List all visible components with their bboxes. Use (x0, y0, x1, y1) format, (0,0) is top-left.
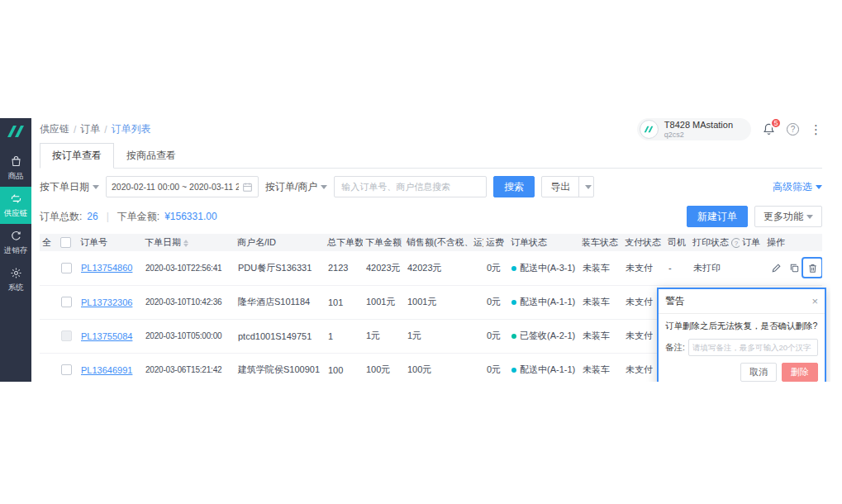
remark-label: 备注: (665, 342, 685, 354)
advanced-filter-link[interactable]: 高级筛选 (773, 180, 822, 194)
search-input[interactable] (334, 176, 487, 197)
summary-row: 订单总数: 26 | 下单金额: ¥156331.00 新建订单 更多功能 (40, 206, 822, 227)
chevron-down-icon (816, 185, 822, 189)
cell-status: 配送中(A-1-1) (508, 285, 579, 319)
date-range-picker[interactable]: 2020-02-11 00:00 ~ 2020-03-11 24:00 (106, 176, 259, 197)
sidebar-item-label: 系统 (8, 282, 24, 292)
remark-input[interactable] (688, 339, 818, 356)
notification-bell-icon[interactable]: 5 (762, 122, 776, 136)
cell-sales: 1元 (404, 319, 483, 353)
dialog-message: 订单删除之后无法恢复，是否确认删除? (665, 321, 818, 332)
cell-date: 2020-03-10T10:42:36 (142, 285, 235, 319)
status-text: 配送中(A-1-1) (520, 364, 575, 374)
col-header-date[interactable]: 下单日期 (142, 234, 235, 251)
order-number-link[interactable]: PL13754860 (81, 263, 132, 273)
col-header-status: 订单状态 (508, 234, 579, 251)
topbar-right: T8428 MAstation q2cs2 5 ? ⋮ (637, 118, 822, 140)
close-icon[interactable]: × (811, 296, 818, 307)
col-header-label: 装车状态 (582, 237, 618, 247)
dialog-body: 订单删除之后无法恢复，是否确认删除? 备注: (659, 314, 825, 363)
cell-load: 未装车 (579, 285, 622, 319)
search-button[interactable]: 搜索 (493, 176, 535, 197)
cell-driver: - (665, 251, 690, 285)
delete-icon[interactable] (804, 259, 821, 276)
sort-icon[interactable] (183, 240, 188, 247)
sidebar-item-label: 供应链 (4, 207, 28, 218)
chevron-down-icon (585, 185, 592, 189)
col-header-amount[interactable]: 下单金额 (363, 234, 404, 251)
col-header-pay: 支付状态 (622, 234, 665, 251)
cell-load: 未装车 (579, 319, 622, 353)
cell-order_no: PL13754860 (78, 251, 142, 285)
col-header-label: 订单状态 (511, 237, 547, 247)
confirm-delete-button[interactable]: 删除 (782, 363, 818, 382)
select-all-checkbox[interactable] (60, 237, 71, 248)
col-header-qty[interactable]: 总下单数 (325, 234, 363, 251)
row-checkbox[interactable] (61, 297, 72, 307)
row-checkbox[interactable] (61, 364, 72, 375)
edit-icon[interactable] (768, 259, 784, 276)
date-type-dropdown[interactable]: 按下单日期 (40, 180, 99, 194)
dialog-footer: 取消 删除 (659, 363, 825, 382)
copy-icon[interactable] (786, 259, 802, 276)
cell-qty: 101 (325, 285, 363, 319)
col-header-sales[interactable]: 销售额(不含税、运) (404, 234, 483, 251)
cell-freight: 0元 (483, 319, 508, 353)
search-type-dropdown[interactable]: 按订单/商户 (265, 180, 327, 194)
cell-freight: 0元 (483, 353, 508, 382)
sidebar-item-4[interactable]: 系统 (0, 261, 31, 298)
order-number-link[interactable]: PL13755084 (81, 331, 132, 341)
row-checkbox[interactable] (61, 263, 72, 273)
sidebar-item-1[interactable]: 商品 (0, 150, 31, 187)
more-functions-button[interactable]: 更多功能 (754, 206, 822, 227)
tab-2[interactable]: 按商品查看 (114, 143, 188, 169)
cancel-button[interactable]: 取消 (740, 363, 777, 382)
status-text: 已签收(A-2-1) (520, 330, 575, 340)
user-chip[interactable]: T8428 MAstation q2cs2 (637, 118, 751, 140)
row-checkbox[interactable] (61, 330, 72, 341)
status-dot (511, 300, 516, 305)
system-icon (10, 267, 22, 279)
status-dot (511, 334, 516, 339)
order-number-link[interactable]: PL13646991 (81, 365, 132, 375)
col-header-label: 支付状态 (625, 237, 661, 247)
cell-date: 2020-03-10T22:56:41 (142, 251, 235, 285)
sidebar-item-3[interactable]: 进销存 (0, 224, 31, 261)
col-header-extra: 订单 (740, 234, 764, 251)
col-header-label: 商户名/ID (237, 237, 276, 247)
export-dropdown-toggle[interactable] (578, 177, 593, 197)
cell-status: 配送中(A-1-1) (508, 353, 579, 382)
dialog-header: 警告 × (659, 289, 825, 314)
tab-1[interactable]: 按订单查看 (40, 143, 114, 169)
cell-amount: 42023元 (363, 251, 404, 285)
cell-sel (40, 285, 58, 319)
col-header-print: 打印状态? (690, 234, 740, 251)
col-header-actions: 操作 (764, 234, 822, 251)
export-button[interactable]: 导出 (542, 177, 578, 197)
cell-status: 已签收(A-2-1) (508, 319, 579, 353)
cell-order_no: PL13755084 (78, 319, 142, 353)
cell-freight: 0元 (483, 251, 508, 285)
sidebar-item-2[interactable]: 供应链 (0, 187, 31, 224)
breadcrumb-separator: / (104, 124, 107, 136)
order-number-link[interactable]: PL13732306 (81, 297, 132, 307)
cell-qty: 2123 (325, 251, 363, 285)
print-status-help-icon[interactable]: ? (731, 238, 740, 248)
col-header-label: 操作 (767, 237, 785, 247)
help-icon[interactable]: ? (787, 123, 799, 136)
cell-sel (40, 251, 58, 285)
more-menu-icon[interactable]: ⋮ (810, 123, 822, 136)
calendar-icon (242, 182, 253, 193)
cell-load: 未装车 (579, 251, 622, 285)
breadcrumb-segment[interactable]: 供应链 (40, 122, 69, 136)
cell-print: 未打印 (690, 251, 740, 285)
user-subtitle: q2cs2 (664, 131, 733, 139)
new-order-button[interactable]: 新建订单 (687, 206, 748, 227)
col-header-order_no: 订单号 (78, 234, 142, 251)
col-header-label: 打印状态 (692, 237, 729, 247)
breadcrumb-segment[interactable]: 订单 (80, 122, 100, 136)
cell-sales: 42023元 (404, 251, 483, 285)
summary-divider: | (107, 211, 109, 222)
cell-date: 2020-03-06T15:21:42 (142, 353, 235, 382)
avatar (640, 120, 659, 139)
